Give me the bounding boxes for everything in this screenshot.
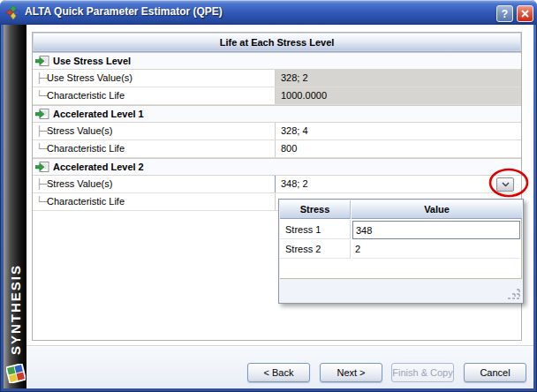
row-label: Stress Value(s) bbox=[47, 176, 275, 192]
row-label: Characteristic Life bbox=[47, 87, 275, 104]
section-accelerated-level-2: Accelerated Level 2 bbox=[33, 158, 521, 176]
level1-stress-values-cell[interactable]: 328; 4 bbox=[275, 123, 521, 139]
qpe-dialog: ALTA Quick Parameter Estimator (QPE) ? S… bbox=[0, 0, 537, 392]
app-pinwheel-icon bbox=[6, 5, 20, 19]
tree-branch-glyph: └─ bbox=[33, 140, 47, 157]
level2-stress-values-editor[interactable]: 348; 2 bbox=[275, 176, 521, 192]
use-characteristic-life-cell: 1000.0000 bbox=[275, 87, 521, 104]
table-row: └─ Characteristic Life 800 bbox=[33, 140, 521, 158]
table-header: Life at Each Stress Level bbox=[33, 33, 521, 52]
row-label: Stress Value(s) bbox=[47, 123, 275, 139]
titlebar: ALTA Quick Parameter Estimator (QPE) ? bbox=[0, 0, 537, 25]
chevron-down-icon bbox=[502, 182, 510, 187]
popup-stress-label: Stress 2 bbox=[280, 240, 351, 259]
section-title: Accelerated Level 2 bbox=[53, 162, 144, 172]
section-accelerated-level-1: Accelerated Level 1 bbox=[33, 105, 521, 123]
stress-values-dropdown-button[interactable] bbox=[496, 177, 514, 192]
finish-copy-button[interactable]: Finish & Copy bbox=[391, 363, 454, 382]
level1-characteristic-life-cell[interactable]: 800 bbox=[275, 140, 521, 157]
use-stress-values-cell: 328; 2 bbox=[275, 70, 521, 87]
row-label: Characteristic Life bbox=[47, 193, 275, 210]
row-label: Use Stress Value(s) bbox=[47, 70, 275, 87]
table-row: └─ Characteristic Life 1000.0000 bbox=[33, 87, 521, 105]
help-button[interactable]: ? bbox=[496, 5, 513, 22]
popup-column-header-value: Value bbox=[352, 200, 522, 219]
stress-profile-icon bbox=[35, 109, 49, 120]
stress-profile-icon bbox=[35, 56, 49, 67]
next-button[interactable]: Next > bbox=[320, 363, 382, 382]
table-row: ├─ Stress Value(s) 348; 2 bbox=[33, 176, 521, 193]
question-icon: ? bbox=[502, 8, 508, 20]
sidebar: SYNTHESIS bbox=[4, 25, 26, 388]
cancel-button[interactable]: Cancel bbox=[464, 363, 526, 382]
popup-footer bbox=[280, 280, 523, 303]
table-row: ├─ Stress Value(s) 328; 4 bbox=[33, 123, 521, 140]
button-bar: < Back Next > Finish & Copy Cancel bbox=[26, 345, 533, 388]
tree-branch-glyph: └─ bbox=[33, 87, 47, 104]
wizard-page: Life at Each Stress Level Use Stress Lev… bbox=[26, 25, 533, 388]
stress-values-popup: Stress Value Stress 1 348 Stress 2 2 bbox=[278, 199, 524, 304]
close-icon bbox=[521, 10, 529, 18]
section-use-stress-level: Use Stress Level bbox=[33, 52, 521, 70]
row-label: Characteristic Life bbox=[47, 140, 275, 157]
tree-branch-glyph: └─ bbox=[33, 193, 47, 210]
tree-branch-glyph: ├─ bbox=[33, 176, 47, 192]
popup-stress1-value-input[interactable]: 348 bbox=[352, 221, 520, 239]
tree-branch-glyph: ├─ bbox=[33, 123, 47, 139]
table-row: ├─ Use Stress Value(s) 328; 2 bbox=[33, 70, 521, 87]
window-title: ALTA Quick Parameter Estimator (QPE) bbox=[25, 5, 223, 18]
tree-branch-glyph: ├─ bbox=[33, 70, 47, 87]
brand-text: SYNTHESIS bbox=[6, 187, 24, 355]
section-title: Accelerated Level 1 bbox=[53, 109, 144, 119]
resize-grip[interactable] bbox=[508, 289, 520, 300]
close-button[interactable] bbox=[517, 5, 533, 22]
section-title: Use Stress Level bbox=[53, 56, 131, 66]
popup-stress-label: Stress 1 bbox=[280, 220, 351, 239]
stress-profile-icon bbox=[35, 162, 49, 173]
popup-column-header-stress: Stress bbox=[280, 200, 351, 219]
popup-grid: Stress Value Stress 1 348 Stress 2 2 bbox=[280, 200, 522, 279]
back-button[interactable]: < Back bbox=[247, 363, 310, 382]
popup-stress2-value-cell[interactable]: 2 bbox=[352, 240, 520, 259]
synthesis-logo-icon bbox=[6, 364, 26, 383]
